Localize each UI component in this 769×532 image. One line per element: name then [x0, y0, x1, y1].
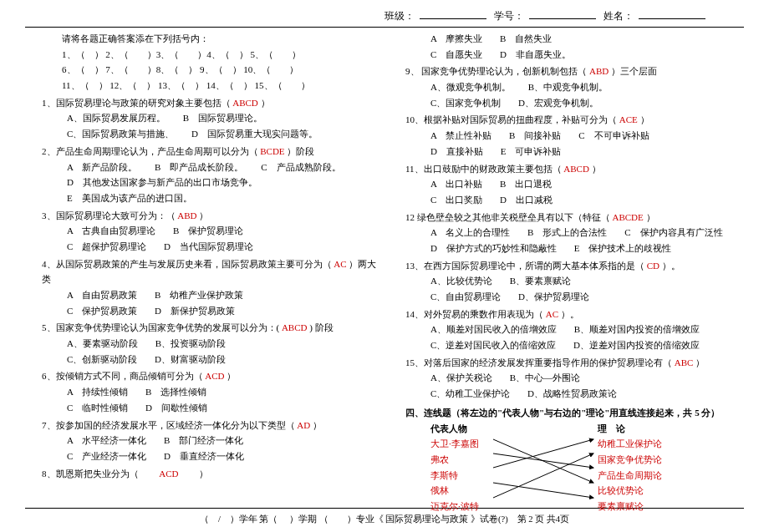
- q11-ans: ABCD: [563, 164, 589, 174]
- q6-tail: ）: [227, 371, 236, 381]
- q4-d: D 新保护贸易政策: [155, 303, 235, 319]
- q3-tail: ）: [199, 210, 208, 220]
- match-l4: 俄林: [430, 483, 479, 499]
- q8-d: D 非自愿失业。: [500, 47, 571, 63]
- q6-d: D 间歇性倾销: [145, 400, 207, 416]
- class-label: 班级：: [384, 10, 415, 22]
- q13-tail: ）。: [662, 261, 680, 271]
- q8-tail: ）: [181, 469, 208, 479]
- q7-ans: AD: [297, 420, 310, 430]
- match-area: 代表人物 大卫·李嘉图 弗农 李斯特 俄林 迈克尔·波特: [430, 421, 744, 504]
- q8-stem: 8、凯恩斯把失业分为（: [42, 469, 157, 479]
- q13-c: C、自由贸易理论: [430, 289, 501, 305]
- q2-c: C 产品成熟阶段。: [261, 160, 340, 175]
- q3-ans: ABD: [177, 210, 196, 220]
- q2-d: D 其他发达国家参与新产品的出口市场竞争。: [67, 175, 257, 190]
- q5-stem: 5、国家竞争优势理论认为国家竞争优势的发展可以分为：(: [42, 322, 279, 332]
- q9-d: D、宏观竞争机制。: [518, 95, 598, 111]
- q4-c: C 保护贸易政策: [67, 303, 137, 319]
- match-l3: 李斯特: [430, 468, 479, 484]
- q9-c: C、国家竞争机制: [430, 95, 501, 111]
- q9-ans: ABD: [589, 66, 609, 76]
- match-l1: 大卫·李嘉图: [430, 436, 479, 452]
- q11: 11、出口鼓励中的财政政策主要包括（ ABCD ）: [405, 161, 744, 177]
- q12-a: A 名义上的合理性: [430, 225, 510, 241]
- q10-a: A 禁止性补贴: [430, 128, 491, 144]
- q5-d: D、财富驱动阶段: [155, 352, 226, 367]
- q7-stem: 7、按参加国的经济发展水平，区域经济一体化分为以下类型（: [42, 420, 295, 430]
- q5-c: C、创新驱动阶段: [67, 352, 137, 367]
- q7-c: C 产业经济一体化: [67, 448, 146, 464]
- q6-c: C 临时性倾销: [67, 400, 128, 416]
- q6-stem: 6、按倾销方式不同，商品倾销可分为（: [42, 371, 203, 381]
- q12-tail: ）: [646, 212, 655, 222]
- q11-a: A 出口补贴: [430, 176, 482, 192]
- q5-a: A、要素驱动阶段: [67, 336, 138, 352]
- q1-a: A、国际贸易发展历程。: [67, 110, 166, 126]
- q4-stem: 4、从国际贸易政策的产生与发展历史来看，国际贸易政策主要可分为（: [42, 259, 332, 269]
- svg-line-1: [493, 453, 593, 468]
- header-fields: 班级： 学号： 姓名：: [25, 8, 744, 23]
- q1-ans: ABCD: [232, 98, 258, 108]
- q13-ans: CD: [647, 261, 660, 271]
- q12-ans: ABCDE: [613, 212, 644, 222]
- q12-c: C 保护内容具有广泛性: [624, 225, 722, 241]
- q15-d: D、战略性贸易政策论: [527, 386, 617, 402]
- q7-d: D 垂直经济一体化: [164, 448, 244, 464]
- id-blank: [529, 8, 596, 19]
- q10-tail: ）: [640, 114, 649, 124]
- q11-tail: ）: [592, 164, 601, 174]
- q15-ans: ABC: [675, 357, 694, 367]
- q2-e: E 美国成为该产品的进口国。: [67, 190, 192, 206]
- q1-d: D 国际贸易重大现实问题等。: [191, 126, 318, 142]
- q7-b: B 部门经济一体化: [164, 433, 243, 448]
- q3-c: C 超保护贸易理论: [67, 239, 146, 255]
- q14-ans: AC: [546, 309, 558, 319]
- q9-b: B、中观竞争机制。: [528, 79, 608, 95]
- q11-stem: 11、出口鼓励中的财政政策主要包括（: [405, 164, 562, 174]
- footer: （ / ）学年 第（ ）学期 （ ）专业《 国际贸易理论与政策 》试卷(?) 第…: [25, 514, 744, 525]
- q1-c: C、国际贸易政策与措施、: [67, 126, 174, 142]
- q1-b: B 国际贸易理论。: [183, 110, 262, 126]
- svg-line-4: [493, 453, 593, 498]
- q9-tail: ）三个层面: [611, 66, 657, 76]
- q13-a: A、比较优势论: [430, 273, 492, 289]
- q15-stem: 15、对落后国家的经济发展发挥重要指导作用的保护贸易理论有（: [405, 357, 672, 367]
- q6-ans: ACD: [205, 371, 224, 381]
- q3-d: D 当代国际贸易理论: [164, 239, 253, 255]
- q8-ans: ACD: [159, 469, 178, 479]
- q13-b: B、要素禀赋论: [510, 273, 571, 289]
- q2-tail: ）阶段: [287, 146, 314, 156]
- q15-b: B、中心—外围论: [510, 370, 580, 386]
- q9: 9、 国家竞争优势理论认为，创新机制包括（ ABD ）三个层面: [405, 63, 744, 79]
- q2: 2、产品生命周期理论认为，产品生命周期可以分为（ BCDE ）阶段: [42, 144, 380, 160]
- q13-stem: 13、在西方国际贸易理论中，所谓的两大基本体系指的是（: [405, 261, 644, 271]
- q2-b: B 即产品成长阶段。: [155, 160, 243, 175]
- q12-d: D 保护方式的巧妙性和隐蔽性: [430, 241, 557, 256]
- q6-b: B 选择性倾销: [145, 384, 206, 400]
- match-r1: 幼稚工业保护论: [598, 436, 662, 452]
- q10: 10、根据补贴对国际贸易的扭曲程度，补贴可分为（ ACE ）: [405, 112, 744, 128]
- q3: 3、国际贸易理论大致可分为：（ ABD ）: [42, 208, 380, 224]
- q10-b: B 间接补贴: [509, 128, 561, 144]
- q5-ans: ABCD: [282, 322, 308, 332]
- q10-ans: ACE: [619, 114, 638, 124]
- q1-tail: ）: [261, 98, 270, 108]
- q12-b: B 形式上的合法性: [527, 225, 607, 241]
- q14-a: A、顺差对国民收入的倍增效应: [430, 322, 557, 337]
- q13-d: D、保护贸易理论: [518, 289, 589, 305]
- q14-tail: ）。: [561, 309, 579, 319]
- match-r3: 产品生命周期论: [598, 468, 662, 484]
- name-label: 姓名：: [603, 10, 634, 22]
- q15: 15、对落后国家的经济发展发挥重要指导作用的保护贸易理论有（ ABC ）: [405, 355, 744, 371]
- q10-c: C 不可申诉补贴: [578, 128, 649, 144]
- match-r4: 比较优势论: [598, 483, 662, 499]
- class-blank: [420, 8, 486, 19]
- svg-line-3: [493, 483, 593, 498]
- q8: 8、凯恩斯把失业分为（ ACD ）: [42, 466, 380, 482]
- answer-row-2: 6、（ ） 7、（ ）8、（ ） 9、（ ） 10、（ ）: [62, 62, 380, 78]
- q14: 14、对外贸易的乘数作用表现为（ AC ）。: [405, 307, 744, 322]
- q9-stem: 9、 国家竞争优势理论认为，创新机制包括（: [405, 66, 587, 76]
- q6: 6、按倾销方式不同，商品倾销可分为（ ACD ）: [42, 368, 380, 384]
- answer-row-1: 1、（ ） 2、（ ）3、（ ）4、（ ） 5、（ ）: [62, 47, 380, 63]
